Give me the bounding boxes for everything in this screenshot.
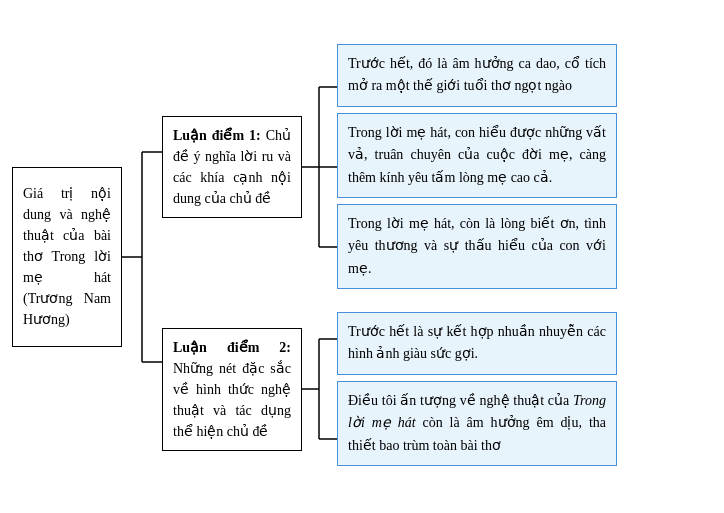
ld2-connector [302,309,337,469]
ld2-details: Trước hết là sự kết hợp nhuần nhuyễn các… [337,312,617,466]
ld1-detail-1: Trước hết, đó là âm hưởng ca dao, cổ tíc… [337,44,617,107]
root-to-middle-connector [122,72,162,442]
ld2-detail-1: Trước hết là sự kết hợp nhuần nhuyễn các… [337,312,617,375]
luan-diem-1-box: Luận điểm 1: Chủ đề ý nghĩa lời ru và cá… [162,116,302,218]
ld2-row: Luận điểm 2: Những nét đặc sắc về hình t… [162,309,617,469]
root-box: Giá trị nội dung và nghệ thuật của bài t… [12,167,122,347]
ld1-connector [302,57,337,277]
ld1-detail-2: Trong lời mẹ hát, con hiểu được những vấ… [337,113,617,198]
middle-right-area: Luận điểm 1: Chủ đề ý nghĩa lời ru và cá… [162,44,617,469]
ld1-row: Luận điểm 1: Chủ đề ý nghĩa lời ru và cá… [162,44,617,289]
ld2-title: Luận điểm 2: [173,340,291,355]
diagram: Giá trị nội dung và nghệ thuật của bài t… [12,44,712,469]
root-label: Giá trị nội dung và nghệ thuật của bài t… [23,183,111,330]
luan-diem-2-box: Luận điểm 2: Những nét đặc sắc về hình t… [162,328,302,451]
ld1-detail-3: Trong lời mẹ hát, còn là lòng biết ơn, t… [337,204,617,289]
ld2-body: Những nét đặc sắc về hình thức nghệ thuậ… [173,361,291,439]
ld2-detail-2: Điều tôi ấn tượng về nghệ thuật của Tron… [337,381,617,466]
ld1-details: Trước hết, đó là âm hưởng ca dao, cổ tíc… [337,44,617,289]
ld1-title: Luận điểm 1: [173,128,261,143]
